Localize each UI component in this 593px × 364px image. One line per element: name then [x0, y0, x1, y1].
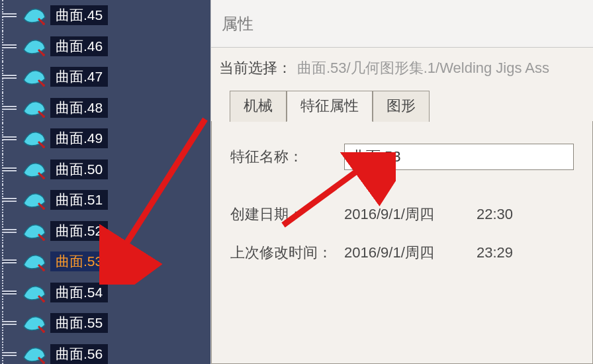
surface-icon [23, 36, 46, 56]
surface-icon [23, 5, 46, 25]
tree-branch [0, 123, 23, 154]
svg-point-7 [42, 238, 45, 241]
feature-name-row: 特征名称： [230, 144, 574, 170]
tree-item[interactable]: 曲面.51 [0, 185, 210, 216]
created-label: 创建日期： [230, 205, 344, 224]
properties-panel: 属性 当前选择： 曲面.53/几何图形集.1/Welding Jigs Ass … [210, 0, 593, 364]
feature-name-input[interactable] [344, 144, 574, 170]
svg-point-4 [42, 146, 45, 148]
svg-point-8 [42, 269, 45, 271]
surface-icon [23, 159, 46, 179]
tree-item[interactable]: 曲面.55 [0, 308, 210, 339]
tab-mechanical[interactable]: 机械 [230, 91, 287, 122]
surface-icon [23, 98, 46, 118]
svg-point-5 [42, 177, 45, 179]
tree-branch [0, 62, 23, 93]
current-selection-row: 当前选择： 曲面.53/几何图形集.1/Welding Jigs Ass [211, 48, 593, 90]
surface-icon [23, 190, 46, 210]
tree-item-label: 曲面.52 [50, 221, 108, 241]
tree-branch [0, 0, 23, 31]
tree-item-label: 曲面.56 [50, 344, 108, 364]
tree-item[interactable]: 曲面.56 [0, 339, 210, 365]
svg-point-1 [42, 54, 45, 56]
tree-branch [0, 308, 23, 339]
tree-branch [0, 216, 23, 247]
tab-bar: 机械 特征属性 图形 [211, 90, 593, 121]
svg-point-11 [42, 361, 45, 364]
tree-branch [0, 339, 23, 365]
tree-item-label: 曲面.48 [50, 98, 108, 118]
tree-branch [0, 246, 23, 277]
tree-branch [0, 31, 23, 62]
tree-item-label: 曲面.47 [50, 67, 108, 87]
tree-item-selected[interactable]: 曲面.53 [0, 246, 210, 277]
modified-label: 上次修改时间： [230, 243, 344, 263]
feature-name-label: 特征名称： [230, 147, 344, 167]
tree-item[interactable]: 曲面.47 [0, 62, 210, 93]
svg-point-10 [42, 330, 45, 333]
svg-point-2 [42, 84, 45, 87]
tab-content: 特征名称： 创建日期： 2016/9/1/周四 22:30 上次修改时间： 20… [211, 121, 593, 364]
tree-branch [0, 154, 23, 185]
tree-item-label: 曲面.49 [50, 128, 108, 148]
svg-point-9 [42, 300, 45, 302]
tab-feature-properties[interactable]: 特征属性 [287, 91, 373, 122]
tree-branch [0, 93, 23, 124]
tree-item-label: 曲面.50 [50, 159, 108, 179]
created-time: 22:30 [477, 206, 529, 223]
tree-item-label: 曲面.54 [50, 283, 108, 302]
panel-title: 属性 [211, 0, 593, 48]
surface-icon [23, 128, 46, 148]
selection-label: 当前选择： [219, 58, 292, 78]
svg-point-6 [42, 207, 45, 210]
surface-icon [23, 221, 46, 241]
tree-item[interactable]: 曲面.54 [0, 277, 210, 308]
tree-item-label: 曲面.51 [50, 190, 108, 210]
surface-icon [23, 283, 46, 302]
tree-item-label: 曲面.45 [50, 5, 108, 25]
feature-tree: 曲面.45 曲面.46 曲面.47 曲面.48 曲面.49 曲面.50 [0, 0, 210, 364]
modified-row: 上次修改时间： 2016/9/1/周四 23:29 [230, 243, 574, 263]
tree-item-label: 曲面.46 [50, 36, 108, 56]
tree-item[interactable]: 曲面.49 [0, 123, 210, 154]
tree-branch [0, 277, 23, 308]
surface-icon [23, 344, 46, 364]
surface-icon [23, 313, 46, 333]
svg-point-3 [42, 115, 45, 118]
created-row: 创建日期： 2016/9/1/周四 22:30 [230, 205, 574, 224]
surface-icon [23, 67, 46, 87]
tree-item[interactable]: 曲面.52 [0, 216, 210, 247]
tree-branch [0, 185, 23, 216]
tree-item[interactable]: 曲面.48 [0, 93, 210, 124]
tree-item[interactable]: 曲面.46 [0, 31, 210, 62]
created-date: 2016/9/1/周四 [344, 205, 477, 224]
panel-title-text: 属性 [222, 13, 253, 34]
tree-item-label: 曲面.55 [50, 313, 108, 333]
modified-date: 2016/9/1/周四 [344, 243, 477, 263]
tab-graphic[interactable]: 图形 [373, 91, 430, 122]
tree-item-label: 曲面.53 [50, 251, 108, 271]
svg-point-0 [42, 23, 45, 25]
tree-item[interactable]: 曲面.50 [0, 154, 210, 185]
surface-icon [23, 251, 46, 271]
modified-time: 23:29 [477, 244, 529, 261]
tree-item[interactable]: 曲面.45 [0, 0, 210, 31]
selection-value: 曲面.53/几何图形集.1/Welding Jigs Ass [297, 58, 549, 78]
